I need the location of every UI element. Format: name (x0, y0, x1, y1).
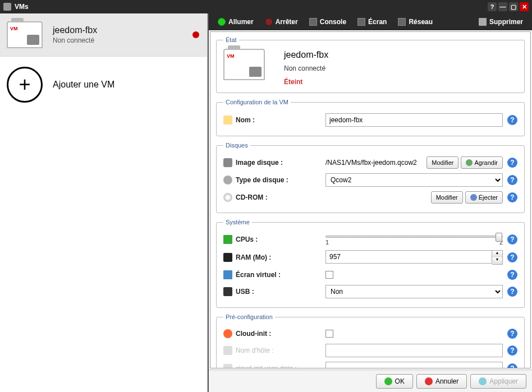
ram-input[interactable] (325, 250, 492, 264)
gear-icon (223, 176, 232, 185)
power-on-button[interactable]: Allumer (213, 16, 258, 27)
save-icon (479, 377, 487, 385)
toolbar: Allumer Arrêter Console Écran Réseau Sup… (209, 13, 532, 30)
ram-icon (223, 253, 232, 262)
titlebar: VMs ? — ▢ ✕ (0, 0, 532, 13)
window-title: VMs (15, 3, 486, 11)
preconfig-fieldset: Pré-configuration Cloud-init : ? Nom d'h… (216, 313, 525, 368)
vm-list-item[interactable]: VM jeedom-fbx Non connecté (0, 13, 207, 57)
vm-item-name: jeedom-fbx (53, 25, 200, 35)
check-icon (384, 377, 392, 385)
usb-label: USB : (236, 288, 325, 296)
add-vm-button[interactable]: + Ajouter une VM (0, 57, 207, 113)
footer: OK Annuler Appliquer (209, 370, 532, 392)
minimize-button[interactable]: — (498, 2, 507, 11)
help-button[interactable]: ? (488, 2, 497, 11)
ram-up-button[interactable]: ▲ (492, 251, 502, 257)
cpus-slider[interactable] (325, 236, 503, 238)
cd-icon (223, 193, 232, 202)
preconfig-legend: Pré-configuration (223, 313, 275, 320)
vm-status-dot-icon (192, 31, 199, 38)
console-icon (309, 18, 317, 26)
system-fieldset: Système CPUs : 12 ? RAM (Mo) : ▲▼ (216, 219, 525, 308)
power-off-button[interactable]: Arrêter (260, 16, 302, 27)
cpu-icon (223, 235, 232, 244)
vm-folder-icon: VM (7, 21, 43, 48)
cdrom-eject-button[interactable]: Éjecter (465, 191, 503, 204)
state-legend: État (223, 36, 239, 43)
cloud-init-label: Cloud-init : (236, 330, 325, 338)
cancel-icon (425, 377, 433, 385)
virtual-screen-label: Écran virtuel : (236, 271, 325, 279)
maximize-button[interactable]: ▢ (509, 2, 518, 11)
cloud-icon (223, 329, 232, 338)
state-vm-name: jeedom-fbx (284, 50, 517, 60)
config-legend: Configuration de la VM (223, 99, 291, 105)
apply-button[interactable]: Appliquer (470, 374, 526, 389)
name-label: Nom : (236, 116, 325, 124)
userdata-label: cloud-init user-data : (236, 365, 325, 368)
state-power: Éteint (284, 78, 517, 86)
system-legend: Système (223, 219, 252, 225)
help-icon[interactable]: ? (507, 234, 517, 245)
cpus-label: CPUs : (236, 236, 325, 243)
disk-image-value: /NAS1/VMs/fbx-jeedom.qcow2 (325, 159, 423, 167)
state-fieldset: État VM jeedom-fbx Non connecté Éteint (216, 36, 525, 93)
help-icon[interactable]: ? (507, 175, 517, 185)
disks-fieldset: Disques Image disque : /NAS1/VMs/fbx-jee… (216, 142, 525, 213)
name-input[interactable] (325, 113, 503, 127)
hostname-label: Nom d'hôte : (236, 347, 325, 354)
plus-circle-icon: + (7, 67, 43, 103)
cdrom-modify-button[interactable]: Modifier (431, 191, 463, 204)
help-icon[interactable]: ? (507, 158, 517, 168)
cancel-button[interactable]: Annuler (416, 374, 467, 389)
help-icon[interactable]: ? (507, 329, 517, 339)
disk-type-label: Type de disque : (236, 176, 325, 184)
config-fieldset: Configuration de la VM Nom : ? (216, 99, 525, 136)
help-icon[interactable]: ? (507, 270, 517, 280)
sidebar: VM jeedom-fbx Non connecté + Ajouter une… (0, 13, 208, 392)
help-icon[interactable]: ? (507, 252, 517, 262)
usb-icon (223, 287, 232, 296)
network-button[interactable]: Réseau (393, 16, 437, 27)
ram-down-button[interactable]: ▼ (492, 257, 502, 264)
ok-button[interactable]: OK (376, 374, 413, 389)
power-off-icon (265, 18, 273, 26)
userdata-input (325, 362, 503, 368)
screen-button[interactable]: Écran (353, 16, 391, 27)
hostname-input (325, 344, 503, 357)
help-icon[interactable]: ? (507, 115, 517, 125)
disks-legend: Disques (223, 142, 250, 149)
disk-expand-button[interactable]: Agrandir (461, 156, 503, 169)
host-icon (223, 346, 232, 355)
close-button[interactable]: ✕ (520, 2, 529, 11)
slider-thumb[interactable] (496, 233, 502, 242)
expand-icon (466, 159, 473, 166)
network-icon (398, 18, 406, 26)
screen-icon (357, 18, 365, 26)
help-icon[interactable]: ? (507, 345, 517, 356)
cloud-init-checkbox[interactable] (325, 330, 333, 338)
virtual-screen-checkbox[interactable] (325, 271, 333, 279)
disk-icon (223, 158, 232, 167)
delete-button[interactable]: Supprimer (474, 16, 528, 27)
disk-image-label: Image disque : (236, 159, 325, 167)
help-icon[interactable]: ? (507, 192, 517, 202)
monitor-icon (223, 270, 232, 279)
eject-icon (470, 194, 477, 201)
cdrom-label: CD-ROM : (236, 193, 325, 201)
disk-modify-button[interactable]: Modifier (426, 156, 458, 169)
file-icon (223, 364, 232, 368)
add-vm-label: Ajouter une VM (53, 80, 114, 90)
console-button[interactable]: Console (305, 16, 351, 27)
state-connection: Non connecté (284, 64, 517, 72)
ram-label: RAM (Mo) : (236, 253, 325, 261)
vm-item-status: Non connecté (53, 36, 200, 44)
edit-icon (223, 116, 232, 124)
vm-folder-icon: VM (223, 49, 265, 80)
help-icon[interactable]: ? (507, 363, 517, 368)
power-on-icon (218, 18, 226, 26)
help-icon[interactable]: ? (507, 287, 517, 297)
usb-select[interactable]: Non (325, 285, 503, 298)
disk-type-select[interactable]: Qcow2 (325, 173, 503, 187)
